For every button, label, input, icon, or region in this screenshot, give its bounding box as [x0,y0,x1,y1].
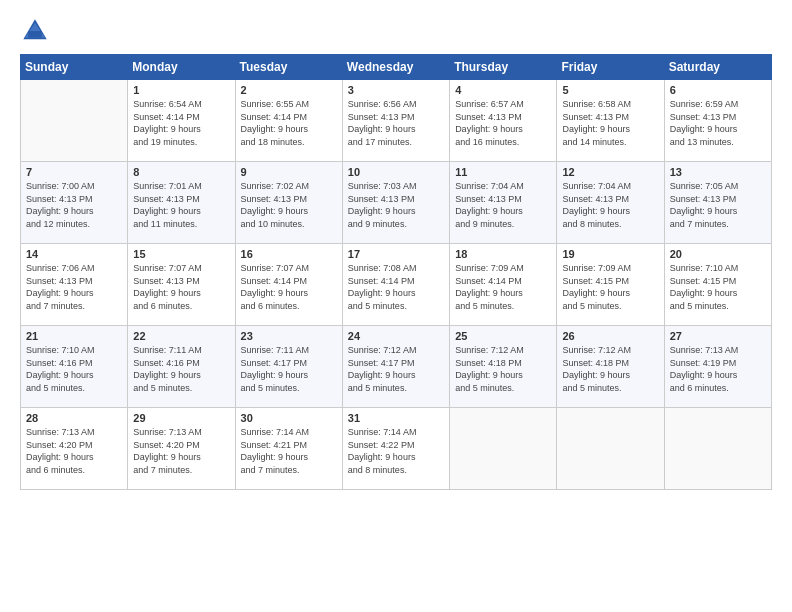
calendar-cell: 18Sunrise: 7:09 AM Sunset: 4:14 PM Dayli… [450,244,557,326]
calendar-week-row: 28Sunrise: 7:13 AM Sunset: 4:20 PM Dayli… [21,408,772,490]
calendar-cell: 21Sunrise: 7:10 AM Sunset: 4:16 PM Dayli… [21,326,128,408]
day-info: Sunrise: 6:55 AM Sunset: 4:14 PM Dayligh… [241,98,337,148]
day-number: 7 [26,166,122,178]
day-number: 8 [133,166,229,178]
calendar-cell: 10Sunrise: 7:03 AM Sunset: 4:13 PM Dayli… [342,162,449,244]
calendar-table: SundayMondayTuesdayWednesdayThursdayFrid… [20,54,772,490]
logo [20,16,54,46]
calendar-cell: 6Sunrise: 6:59 AM Sunset: 4:13 PM Daylig… [664,80,771,162]
calendar-cell: 11Sunrise: 7:04 AM Sunset: 4:13 PM Dayli… [450,162,557,244]
day-number: 21 [26,330,122,342]
day-info: Sunrise: 7:08 AM Sunset: 4:14 PM Dayligh… [348,262,444,312]
calendar-cell: 16Sunrise: 7:07 AM Sunset: 4:14 PM Dayli… [235,244,342,326]
day-info: Sunrise: 7:11 AM Sunset: 4:17 PM Dayligh… [241,344,337,394]
calendar-cell [664,408,771,490]
day-info: Sunrise: 7:05 AM Sunset: 4:13 PM Dayligh… [670,180,766,230]
day-info: Sunrise: 7:11 AM Sunset: 4:16 PM Dayligh… [133,344,229,394]
day-number: 15 [133,248,229,260]
day-info: Sunrise: 7:12 AM Sunset: 4:18 PM Dayligh… [455,344,551,394]
calendar-week-row: 21Sunrise: 7:10 AM Sunset: 4:16 PM Dayli… [21,326,772,408]
calendar-cell: 28Sunrise: 7:13 AM Sunset: 4:20 PM Dayli… [21,408,128,490]
day-info: Sunrise: 7:09 AM Sunset: 4:14 PM Dayligh… [455,262,551,312]
calendar-cell: 30Sunrise: 7:14 AM Sunset: 4:21 PM Dayli… [235,408,342,490]
day-number: 11 [455,166,551,178]
day-info: Sunrise: 7:14 AM Sunset: 4:21 PM Dayligh… [241,426,337,476]
calendar-cell: 17Sunrise: 7:08 AM Sunset: 4:14 PM Dayli… [342,244,449,326]
day-number: 13 [670,166,766,178]
calendar-cell: 12Sunrise: 7:04 AM Sunset: 4:13 PM Dayli… [557,162,664,244]
calendar-week-row: 14Sunrise: 7:06 AM Sunset: 4:13 PM Dayli… [21,244,772,326]
logo-icon [20,16,50,46]
day-info: Sunrise: 7:04 AM Sunset: 4:13 PM Dayligh… [562,180,658,230]
calendar-cell [450,408,557,490]
day-info: Sunrise: 7:06 AM Sunset: 4:13 PM Dayligh… [26,262,122,312]
day-info: Sunrise: 6:58 AM Sunset: 4:13 PM Dayligh… [562,98,658,148]
day-number: 4 [455,84,551,96]
day-number: 22 [133,330,229,342]
day-number: 31 [348,412,444,424]
day-header-wednesday: Wednesday [342,55,449,80]
day-number: 1 [133,84,229,96]
page-container: SundayMondayTuesdayWednesdayThursdayFrid… [0,0,792,500]
day-info: Sunrise: 7:04 AM Sunset: 4:13 PM Dayligh… [455,180,551,230]
day-info: Sunrise: 7:10 AM Sunset: 4:16 PM Dayligh… [26,344,122,394]
day-info: Sunrise: 7:09 AM Sunset: 4:15 PM Dayligh… [562,262,658,312]
day-info: Sunrise: 7:07 AM Sunset: 4:13 PM Dayligh… [133,262,229,312]
calendar-cell [557,408,664,490]
day-info: Sunrise: 7:03 AM Sunset: 4:13 PM Dayligh… [348,180,444,230]
day-info: Sunrise: 6:59 AM Sunset: 4:13 PM Dayligh… [670,98,766,148]
day-number: 19 [562,248,658,260]
day-info: Sunrise: 6:54 AM Sunset: 4:14 PM Dayligh… [133,98,229,148]
day-number: 30 [241,412,337,424]
day-number: 28 [26,412,122,424]
day-info: Sunrise: 7:10 AM Sunset: 4:15 PM Dayligh… [670,262,766,312]
day-number: 25 [455,330,551,342]
calendar-cell: 2Sunrise: 6:55 AM Sunset: 4:14 PM Daylig… [235,80,342,162]
day-number: 12 [562,166,658,178]
day-info: Sunrise: 7:07 AM Sunset: 4:14 PM Dayligh… [241,262,337,312]
calendar-cell: 26Sunrise: 7:12 AM Sunset: 4:18 PM Dayli… [557,326,664,408]
day-info: Sunrise: 7:13 AM Sunset: 4:20 PM Dayligh… [133,426,229,476]
day-number: 29 [133,412,229,424]
day-number: 26 [562,330,658,342]
day-info: Sunrise: 7:13 AM Sunset: 4:19 PM Dayligh… [670,344,766,394]
day-info: Sunrise: 7:13 AM Sunset: 4:20 PM Dayligh… [26,426,122,476]
calendar-cell: 1Sunrise: 6:54 AM Sunset: 4:14 PM Daylig… [128,80,235,162]
day-info: Sunrise: 6:56 AM Sunset: 4:13 PM Dayligh… [348,98,444,148]
day-number: 10 [348,166,444,178]
day-number: 24 [348,330,444,342]
day-header-friday: Friday [557,55,664,80]
calendar-cell: 20Sunrise: 7:10 AM Sunset: 4:15 PM Dayli… [664,244,771,326]
day-number: 20 [670,248,766,260]
day-number: 27 [670,330,766,342]
calendar-cell: 14Sunrise: 7:06 AM Sunset: 4:13 PM Dayli… [21,244,128,326]
calendar-header-row: SundayMondayTuesdayWednesdayThursdayFrid… [21,55,772,80]
calendar-cell: 19Sunrise: 7:09 AM Sunset: 4:15 PM Dayli… [557,244,664,326]
calendar-cell: 31Sunrise: 7:14 AM Sunset: 4:22 PM Dayli… [342,408,449,490]
day-info: Sunrise: 7:14 AM Sunset: 4:22 PM Dayligh… [348,426,444,476]
day-header-tuesday: Tuesday [235,55,342,80]
calendar-week-row: 7Sunrise: 7:00 AM Sunset: 4:13 PM Daylig… [21,162,772,244]
calendar-cell: 13Sunrise: 7:05 AM Sunset: 4:13 PM Dayli… [664,162,771,244]
calendar-cell: 4Sunrise: 6:57 AM Sunset: 4:13 PM Daylig… [450,80,557,162]
day-info: Sunrise: 7:12 AM Sunset: 4:17 PM Dayligh… [348,344,444,394]
day-info: Sunrise: 7:02 AM Sunset: 4:13 PM Dayligh… [241,180,337,230]
day-number: 16 [241,248,337,260]
day-number: 9 [241,166,337,178]
day-header-thursday: Thursday [450,55,557,80]
day-info: Sunrise: 6:57 AM Sunset: 4:13 PM Dayligh… [455,98,551,148]
day-header-saturday: Saturday [664,55,771,80]
day-number: 5 [562,84,658,96]
calendar-cell: 3Sunrise: 6:56 AM Sunset: 4:13 PM Daylig… [342,80,449,162]
calendar-cell [21,80,128,162]
header [20,16,772,46]
day-number: 14 [26,248,122,260]
calendar-cell: 25Sunrise: 7:12 AM Sunset: 4:18 PM Dayli… [450,326,557,408]
day-header-monday: Monday [128,55,235,80]
day-number: 6 [670,84,766,96]
calendar-cell: 29Sunrise: 7:13 AM Sunset: 4:20 PM Dayli… [128,408,235,490]
calendar-cell: 5Sunrise: 6:58 AM Sunset: 4:13 PM Daylig… [557,80,664,162]
calendar-cell: 15Sunrise: 7:07 AM Sunset: 4:13 PM Dayli… [128,244,235,326]
day-header-sunday: Sunday [21,55,128,80]
day-info: Sunrise: 7:01 AM Sunset: 4:13 PM Dayligh… [133,180,229,230]
